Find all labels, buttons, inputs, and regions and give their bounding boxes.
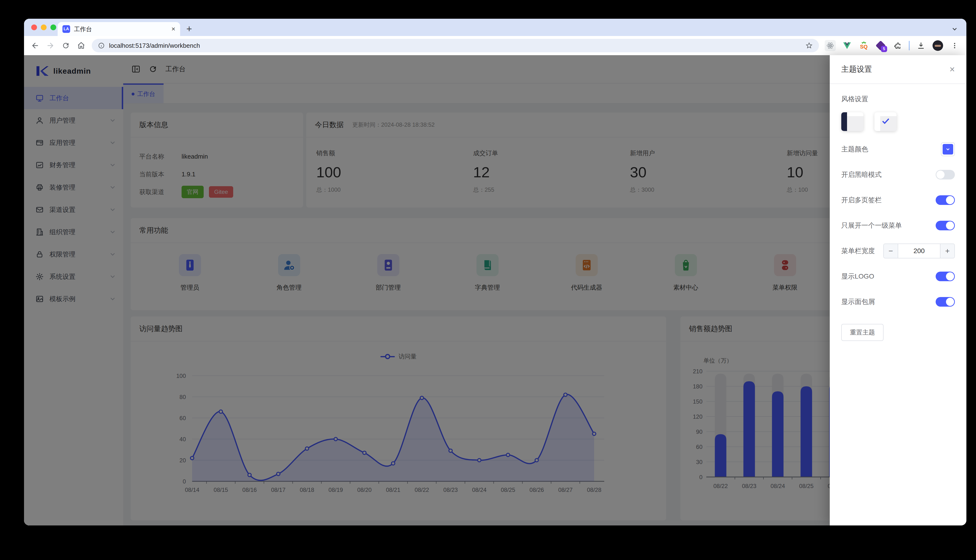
browser-window: LA 工作台 × + localhost:5173/admin/workbenc… — [24, 19, 966, 525]
drawer-row: 开启多页签栏 — [841, 193, 955, 207]
toolbar-separator — [909, 41, 910, 50]
drawer-row: 开启黑暗模式 — [841, 167, 955, 182]
tab-search-chevron-icon[interactable] — [951, 25, 958, 33]
drawer-row: 显示LOGO — [841, 269, 955, 283]
downloads-button[interactable] — [916, 40, 926, 51]
site-info-icon[interactable] — [98, 42, 105, 49]
window-controls — [31, 25, 56, 30]
forward-button[interactable] — [46, 41, 55, 50]
drawer-row: 显示面包屑 — [841, 295, 955, 309]
browser-tab-strip: LA 工作台 × + — [24, 19, 966, 36]
drawer-title: 主题设置 — [841, 64, 872, 75]
reset-theme-button[interactable]: 重置主题 — [841, 324, 884, 341]
url-text[interactable]: localhost:5173/admin/workbench — [109, 42, 801, 50]
extensions-puzzle-icon[interactable] — [892, 40, 903, 51]
home-button[interactable] — [76, 41, 86, 50]
minimize-window-button[interactable] — [41, 25, 47, 30]
drawer-row: 主题颜色 — [841, 142, 955, 157]
browser-toolbar: localhost:5173/admin/workbench SQ 5 — [24, 36, 966, 55]
style-option-dark-sidebar[interactable] — [841, 112, 863, 131]
bookmark-star-icon[interactable] — [806, 42, 813, 49]
new-tab-button[interactable]: + — [186, 24, 192, 33]
drawer-row: 只展开一个一级菜单 — [841, 218, 955, 233]
menu-width-stepper: −200+ — [883, 243, 955, 258]
modal-overlay[interactable] — [24, 55, 966, 525]
toggle-开启多页签栏[interactable] — [936, 195, 955, 205]
close-window-button[interactable] — [31, 25, 37, 30]
drawer-close-icon[interactable]: × — [949, 65, 955, 74]
purple-extension-icon[interactable]: 5 — [875, 40, 886, 51]
browser-tab[interactable]: LA 工作台 × — [58, 22, 180, 36]
maximize-window-button[interactable] — [50, 25, 56, 30]
style-option-light-sidebar[interactable] — [874, 112, 896, 131]
browser-menu-icon[interactable] — [949, 40, 960, 51]
reload-button[interactable] — [61, 41, 70, 50]
tab-close-icon[interactable]: × — [172, 26, 175, 32]
stepper-plus-button[interactable]: + — [941, 244, 954, 258]
profile-avatar[interactable] — [932, 40, 943, 51]
drawer-row: 菜单栏宽度−200+ — [841, 244, 955, 258]
tab-title: 工作台 — [74, 25, 168, 33]
style-section-label: 风格设置 — [841, 95, 955, 103]
vue-devtools-icon[interactable] — [842, 40, 852, 51]
address-bar[interactable]: localhost:5173/admin/workbench — [92, 39, 819, 52]
toggle-只展开一个一级菜单[interactable] — [936, 221, 955, 230]
admin-page: likeadmin 工作台用户管理应用管理财务管理装修管理渠道设置组织管理权限管… — [24, 55, 966, 525]
tab-favicon: LA — [62, 25, 70, 33]
toggle-开启黑暗模式[interactable] — [936, 170, 955, 180]
chevron-down-icon — [945, 147, 951, 152]
toggle-显示LOGO[interactable] — [936, 272, 955, 281]
stepper-value[interactable]: 200 — [898, 244, 941, 258]
stepper-minus-button[interactable]: − — [884, 244, 898, 258]
theme-settings-drawer: 主题设置 × 风格设置 主题颜色开启黑暗模式开启多页签栏只展开一个一级 — [830, 55, 966, 525]
back-button[interactable] — [30, 41, 40, 50]
react-devtools-icon[interactable] — [825, 40, 836, 51]
selected-check-icon — [882, 118, 890, 125]
theme-color-picker[interactable] — [941, 142, 955, 156]
toggle-显示面包屑[interactable] — [936, 297, 955, 307]
svg-text:SQ: SQ — [860, 44, 867, 50]
sq-extension-icon[interactable]: SQ — [858, 40, 869, 51]
